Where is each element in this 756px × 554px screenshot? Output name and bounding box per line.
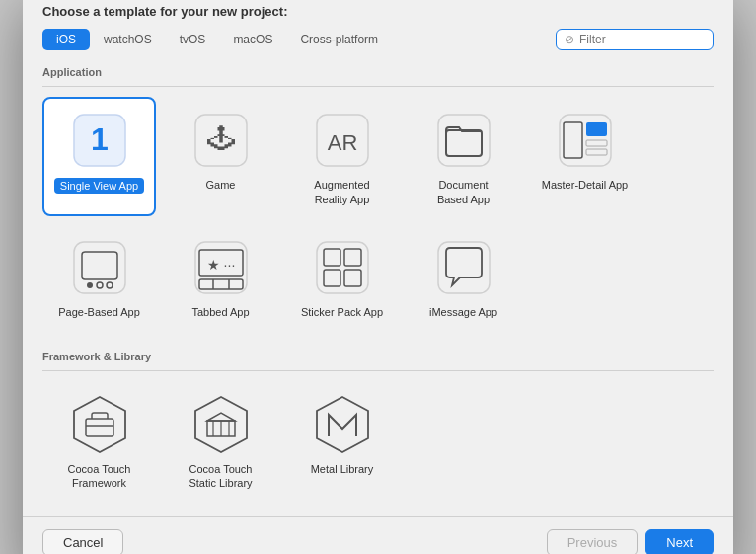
single-view-app-label: Single View App (54, 178, 144, 194)
tabs-filter-row: iOS watchOS tvOS macOS Cross-platform ⊘ (23, 29, 733, 60)
ar-label: AugmentedReality App (314, 178, 369, 206)
page-based-label: Page-Based App (58, 305, 140, 319)
tabbed-label: Tabbed App (191, 305, 249, 319)
template-tabbed[interactable]: ★ ··· Tabbed App (164, 224, 277, 329)
metal-icon (311, 393, 374, 456)
ar-icon: AR (311, 109, 374, 172)
application-grid: 1 Single View App 🕹 Game (42, 97, 714, 329)
template-master-detail[interactable]: Master-Detail App (528, 97, 642, 216)
title-bar: Choose a template for your new project: (23, 0, 733, 29)
svg-rect-31 (86, 419, 113, 436)
tab-crossplatform[interactable]: Cross-platform (286, 29, 392, 50)
svg-point-15 (87, 282, 93, 288)
game-label: Game (206, 178, 236, 192)
imessage-label: iMessage App (429, 305, 497, 319)
template-page-based[interactable]: Page-Based App (42, 224, 156, 329)
template-single-view-app[interactable]: 1 Single View App (42, 97, 156, 216)
new-project-dialog: Choose a template for your new project: … (23, 0, 733, 554)
framework-grid: Cocoa TouchFramework Cocoa TouchStatic (42, 381, 714, 501)
cocoa-framework-icon (68, 393, 131, 456)
document-icon (432, 109, 495, 172)
dialog-title: Choose a template for your new project: (42, 4, 714, 19)
cancel-button[interactable]: Cancel (42, 529, 123, 554)
metal-label: Metal Library (311, 462, 374, 476)
svg-marker-38 (207, 413, 235, 421)
previous-button[interactable]: Previous (547, 529, 639, 554)
cocoa-static-icon (189, 393, 253, 456)
filter-box: ⊘ (556, 29, 714, 50)
template-ar[interactable]: AR AugmentedReality App (285, 97, 399, 216)
nav-buttons: Previous Next (547, 529, 714, 554)
master-detail-icon (554, 109, 617, 172)
platform-tabs: iOS watchOS tvOS macOS Cross-platform (42, 29, 556, 50)
cocoa-framework-label: Cocoa TouchFramework (67, 462, 130, 491)
template-cocoa-static[interactable]: Cocoa TouchStatic Library (164, 381, 277, 501)
framework-section-header: Framework & Library (42, 345, 714, 371)
svg-text:AR: AR (327, 130, 357, 155)
template-imessage[interactable]: iMessage App (407, 224, 520, 329)
filter-icon: ⊘ (565, 33, 574, 46)
tabbed-icon: ★ ··· (189, 236, 253, 299)
next-button[interactable]: Next (645, 529, 714, 554)
content-area: Application 1 Single View App (23, 60, 733, 515)
tab-watchos[interactable]: watchOS (90, 29, 166, 50)
svg-text:★ ···: ★ ··· (206, 257, 235, 273)
dialog-footer: Cancel Previous Next (23, 516, 733, 554)
template-game[interactable]: 🕹 Game (164, 97, 277, 216)
template-document[interactable]: DocumentBased App (407, 97, 520, 216)
sticker-pack-label: Sticker Pack App (301, 305, 383, 319)
tab-ios[interactable]: iOS (42, 29, 90, 50)
svg-marker-39 (317, 397, 368, 452)
single-view-app-icon: 1 (68, 109, 131, 172)
template-metal[interactable]: Metal Library (285, 381, 399, 501)
svg-text:1: 1 (91, 121, 109, 157)
game-icon: 🕹 (189, 109, 253, 172)
template-sticker-pack[interactable]: Sticker Pack App (285, 224, 399, 329)
sticker-pack-icon (311, 236, 374, 299)
svg-marker-30 (74, 397, 125, 452)
filter-input[interactable] (579, 33, 705, 46)
master-detail-label: Master-Detail App (542, 178, 628, 192)
tab-macos[interactable]: macOS (219, 29, 286, 50)
document-label: DocumentBased App (437, 178, 490, 206)
application-section-header: Application (42, 60, 714, 87)
template-cocoa-framework[interactable]: Cocoa TouchFramework (42, 381, 156, 501)
tab-tvos[interactable]: tvOS (166, 29, 220, 50)
svg-rect-10 (586, 122, 607, 136)
imessage-icon (432, 236, 495, 299)
cocoa-static-label: Cocoa TouchStatic Library (189, 462, 252, 491)
svg-text:🕹: 🕹 (207, 123, 235, 154)
page-based-icon (68, 236, 131, 299)
